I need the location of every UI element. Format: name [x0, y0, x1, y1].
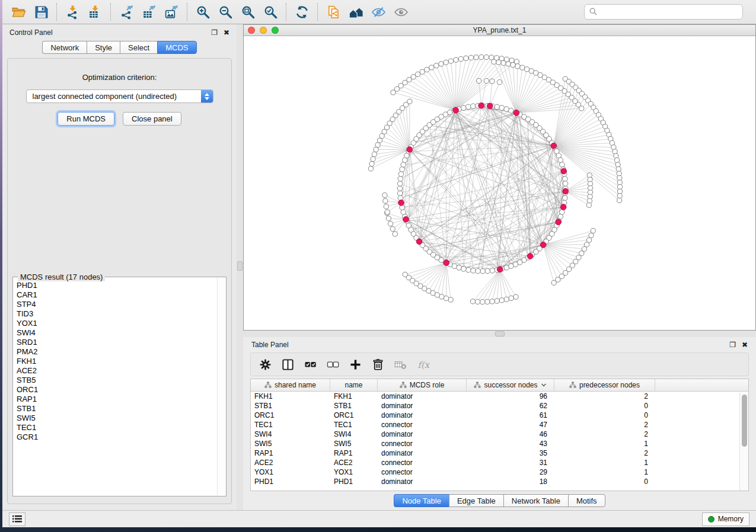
tab-node-table[interactable]: Node Table	[394, 494, 449, 507]
cell-predecessor-nodes: 0	[554, 411, 655, 420]
copy-network-button[interactable]	[322, 2, 344, 21]
table-row[interactable]: FKH1FKH1dominator962	[251, 392, 748, 401]
table-settings-button[interactable]	[256, 355, 275, 373]
table-row[interactable]: PHD1PHD1dominator180	[251, 477, 748, 486]
save-session-button[interactable]	[30, 2, 52, 21]
search-input[interactable]	[584, 4, 743, 20]
vertical-splitter[interactable]	[237, 24, 243, 510]
toolbar-separator	[187, 3, 187, 21]
column-header-shared-name[interactable]: shared name	[251, 379, 330, 391]
column-label: name	[344, 381, 362, 389]
criterion-dropdown[interactable]: largest connected component (undirected)	[26, 89, 213, 103]
table-row[interactable]: YOX1YOX1connector291	[251, 467, 748, 477]
tab-network-table[interactable]: Network Table	[503, 494, 568, 507]
apply-layout-button[interactable]	[291, 2, 313, 21]
column-visibility-button[interactable]	[278, 355, 297, 373]
table-scrollbar[interactable]	[739, 392, 748, 491]
show-all-button[interactable]	[390, 2, 412, 21]
cell-predecessor-nodes: 2	[554, 448, 655, 458]
cell-shared-name: SWI4	[251, 430, 330, 439]
close-panel-icon[interactable]: ✖	[742, 341, 748, 348]
table-row[interactable]: RAP1RAP1dominator352	[251, 448, 748, 458]
search-field-wrap	[584, 4, 743, 20]
tab-select[interactable]: Select	[120, 41, 157, 54]
toolbar-separator	[56, 3, 57, 21]
mcds-result-item: TID3	[17, 309, 214, 319]
zoom-fit-button[interactable]	[237, 2, 259, 21]
close-panel-button[interactable]: Close panel	[123, 112, 181, 126]
tab-edge-table[interactable]: Edge Table	[449, 494, 503, 507]
cell-shared-name: FKH1	[251, 392, 330, 401]
export-image-icon	[164, 5, 179, 20]
float-panel-icon[interactable]: ❐	[211, 29, 218, 36]
mcds-list-scrollbar[interactable]	[217, 278, 225, 495]
status-bar: Memory	[2, 510, 756, 527]
tab-network[interactable]: Network	[42, 41, 87, 54]
first-neighbors-button[interactable]	[344, 2, 367, 21]
select-all-rows-button[interactable]	[301, 355, 320, 373]
add-column-button[interactable]	[346, 355, 365, 373]
panel-menu-button[interactable]	[9, 512, 25, 526]
table-row[interactable]: ACE2ACE2connector311	[251, 458, 748, 467]
cell-shared-name: TEC1	[251, 420, 330, 430]
column-label: predecessor nodes	[579, 381, 640, 389]
toolbar-separator	[317, 3, 318, 21]
mcds-result-list: PHD1CAR1STP4TID3YOX1SWI4SRD1PMA2FKH1ACE2…	[14, 278, 216, 495]
zoom-out-button[interactable]	[214, 2, 237, 21]
run-mcds-button[interactable]: Run MCDS	[58, 112, 114, 126]
list-icon	[12, 515, 22, 523]
cell-name: YOX1	[330, 467, 378, 477]
export-table-button[interactable]	[138, 2, 160, 21]
delete-column-icon	[371, 358, 385, 371]
horizontal-splitter[interactable]	[243, 331, 756, 337]
tab-motifs[interactable]: Motifs	[568, 494, 605, 507]
table-row[interactable]: ORC1ORC1dominator610	[251, 411, 748, 420]
table-body: FKH1FKH1dominator962STB1STB1dominator620…	[251, 392, 748, 486]
main-toolbar	[2, 0, 756, 24]
column-visibility-icon	[281, 358, 295, 371]
export-network-button[interactable]	[115, 2, 138, 21]
zoom-selected-button[interactable]	[259, 2, 282, 21]
zoom-fit-icon	[241, 5, 256, 20]
column-label: successor nodes	[484, 381, 537, 389]
mcds-tab-content: Optimization criterion: largest connecte…	[7, 58, 232, 504]
table-row[interactable]: STB1STB1dominator620	[251, 401, 748, 411]
mcds-result-item: FKH1	[17, 357, 214, 366]
add-column-icon	[349, 358, 362, 371]
cell-MCDS-role: dominator	[378, 392, 467, 401]
float-panel-icon[interactable]: ❐	[729, 341, 736, 348]
cell-name: RAP1	[330, 448, 378, 458]
mcds-result-item: CAR1	[17, 290, 214, 300]
import-table-button[interactable]	[84, 2, 106, 21]
tab-style[interactable]: Style	[87, 41, 120, 54]
dropdown-stepper-icon	[201, 90, 213, 102]
column-header-name[interactable]: name	[330, 379, 378, 391]
delete-column-button[interactable]	[368, 355, 387, 373]
column-header-MCDS-role[interactable]: MCDS role	[378, 379, 467, 391]
close-panel-icon[interactable]: ✖	[224, 29, 229, 36]
column-header-successor-nodes[interactable]: successor nodes	[467, 379, 554, 391]
cell-MCDS-role: connector	[378, 420, 467, 430]
mcds-result-item: ORC1	[17, 385, 214, 395]
table-settings-icon	[259, 358, 272, 371]
table-row[interactable]: SWI4SWI4dominator462	[251, 430, 748, 439]
table-row[interactable]: TEC1TEC1connector472	[251, 420, 748, 430]
cell-MCDS-role: dominator	[378, 430, 467, 439]
scrollbar-thumb[interactable]	[742, 395, 747, 447]
cell-MCDS-role: connector	[378, 467, 467, 477]
network-canvas[interactable]	[244, 36, 755, 330]
column-header-predecessor-nodes[interactable]: predecessor nodes	[554, 379, 655, 391]
open-file-button[interactable]	[7, 2, 30, 21]
table-row[interactable]: SWI5SWI5connector431	[251, 439, 748, 448]
tab-mcds[interactable]: MCDS	[157, 41, 196, 54]
zoom-in-button[interactable]	[192, 2, 214, 21]
deselect-all-rows-button[interactable]	[323, 355, 342, 373]
import-network-button[interactable]	[61, 2, 84, 21]
export-network-icon	[119, 5, 134, 20]
export-image-button[interactable]	[160, 2, 183, 21]
memory-button[interactable]: Memory	[702, 512, 749, 526]
mcds-result-item: GCR1	[17, 432, 214, 442]
splitter-grip[interactable]	[495, 331, 505, 336]
hide-selected-button[interactable]	[367, 2, 390, 21]
splitter-grip[interactable]	[237, 261, 243, 271]
